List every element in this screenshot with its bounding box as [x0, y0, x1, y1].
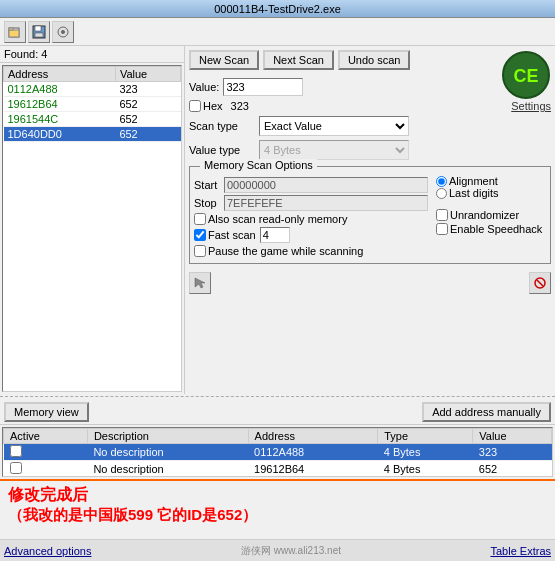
chinese-line2: （我改的是中国版599 它的ID是652）: [8, 506, 547, 525]
pointer-icon: [193, 276, 207, 290]
address-cell: 1961544C: [4, 112, 116, 127]
unrandomizer-checkbox[interactable]: [436, 209, 448, 221]
type-cell: 4 Bytes: [378, 461, 473, 478]
last-digits-label: Last digits: [436, 187, 546, 199]
alignment-radio[interactable]: [436, 176, 447, 187]
fast-scan-input[interactable]: [260, 227, 290, 243]
hex-row: Hex 323: [189, 100, 551, 112]
top-section: Found: 4 Address Value 0112A48832319612B…: [0, 46, 555, 394]
bottom-table-container: Active Description Address Type Value No…: [2, 427, 553, 477]
svg-rect-4: [35, 26, 41, 31]
fast-scan-text: Fast scan: [208, 229, 256, 241]
advanced-options-link[interactable]: Advanced options: [4, 545, 91, 557]
save-button[interactable]: [28, 21, 50, 43]
settings-icon: [56, 25, 70, 39]
also-scan-text: Also scan read-only memory: [208, 213, 347, 225]
table-row[interactable]: No description19612B644 Bytes652: [4, 461, 552, 478]
undo-scan-button[interactable]: Undo scan: [338, 50, 411, 70]
address-cell: 0112A488: [4, 82, 116, 97]
stop-icon: [533, 276, 547, 290]
dotted-divider: [0, 396, 555, 397]
open-button[interactable]: [4, 21, 26, 43]
address-cell: 1D640DD0: [4, 127, 116, 142]
value-input[interactable]: [223, 78, 303, 96]
right-corner: CE Settings: [501, 50, 551, 112]
active-cell[interactable]: [4, 461, 88, 478]
description-cell: No description: [87, 444, 248, 461]
svg-rect-5: [35, 33, 43, 37]
stop-button[interactable]: [529, 272, 551, 294]
active-cell[interactable]: [4, 444, 88, 461]
pause-game-checkbox[interactable]: [194, 245, 206, 257]
bt-address-cell: 0112A488: [248, 444, 378, 461]
hex-checkbox[interactable]: [189, 100, 201, 112]
type-col-header: Type: [378, 429, 473, 444]
memory-view-button[interactable]: Memory view: [4, 402, 89, 422]
also-scan-label: Also scan read-only memory: [194, 213, 347, 225]
found-label: Found: 4: [0, 46, 184, 63]
scan-buttons-row: New Scan Next Scan Undo scan: [189, 50, 551, 70]
value-cell: 323: [115, 82, 180, 97]
bt-address-cell: 19612B64: [248, 461, 378, 478]
speedhack-checkbox[interactable]: [436, 223, 448, 235]
start-input[interactable]: [224, 177, 428, 193]
ce-logo-icon: CE: [501, 50, 551, 100]
main-container: Found: 4 Address Value 0112A48832319612B…: [0, 18, 555, 561]
table-extras-link[interactable]: Table Extras: [490, 545, 551, 557]
active-checkbox[interactable]: [10, 445, 22, 457]
bt-value-cell: 323: [473, 444, 552, 461]
value-type-label: Value type: [189, 144, 259, 156]
description-cell: No description: [87, 461, 248, 478]
status-bar: Advanced options 游侠网 www.ali213.net Tabl…: [0, 539, 555, 561]
value-type-dropdown[interactable]: 4 Bytes: [259, 140, 409, 160]
alignment-text: Alignment: [449, 175, 498, 187]
address-cell: 19612B64: [4, 97, 116, 112]
right-panel: CE Settings New Scan Next Scan Undo scan…: [185, 46, 555, 394]
add-address-button[interactable]: Add address manually: [422, 402, 551, 422]
stop-input[interactable]: [224, 195, 428, 211]
options-right: Alignment Last digits Unrandomizer: [436, 175, 546, 259]
options-grid: Start Stop Also scan read-only memory: [194, 175, 546, 259]
stop-row: Stop: [194, 195, 428, 211]
svg-rect-2: [9, 28, 13, 30]
stop-label: Stop: [194, 197, 224, 209]
svg-text:CE: CE: [513, 66, 538, 86]
pause-game-label: Pause the game while scanning: [194, 245, 363, 257]
new-scan-button[interactable]: New Scan: [189, 50, 259, 70]
unrandomizer-label: Unrandomizer: [436, 209, 546, 221]
scan-type-dropdown[interactable]: Exact Value: [259, 116, 409, 136]
start-label: Start: [194, 179, 224, 191]
save-icon: [32, 25, 46, 39]
hex-value: 323: [231, 100, 249, 112]
speedhack-label: Enable Speedhack: [436, 223, 546, 235]
last-digits-radio[interactable]: [436, 188, 447, 199]
speedhack-text: Enable Speedhack: [450, 223, 542, 235]
settings-button[interactable]: [52, 21, 74, 43]
hex-checkbox-label: Hex: [189, 100, 223, 112]
fast-scan-checkbox[interactable]: [194, 229, 206, 241]
memory-scan-options: Memory Scan Options Start Stop: [189, 166, 551, 264]
value-row: Value:: [189, 78, 551, 96]
also-scan-checkbox[interactable]: [194, 213, 206, 225]
bottom-icon-buttons: [189, 272, 551, 294]
table-row[interactable]: No description0112A4884 Bytes323: [4, 444, 552, 461]
also-scan-row: Also scan read-only memory: [194, 213, 428, 225]
options-title: Memory Scan Options: [200, 159, 317, 171]
value-cell: 652: [115, 112, 180, 127]
active-checkbox[interactable]: [10, 462, 22, 474]
radio-group: Alignment Last digits: [436, 175, 546, 199]
value-label: Value:: [189, 81, 219, 93]
chinese-line1: 修改完成后: [8, 485, 547, 506]
pause-game-row: Pause the game while scanning: [194, 245, 428, 257]
next-scan-button[interactable]: Next Scan: [263, 50, 334, 70]
settings-link[interactable]: Settings: [511, 100, 551, 112]
pointer-button[interactable]: [189, 272, 211, 294]
svg-marker-10: [195, 278, 205, 288]
svg-line-12: [537, 280, 543, 286]
svg-rect-1: [9, 30, 19, 37]
title-bar: 000011B4-TestDrive2.exe: [0, 0, 555, 18]
scan-type-label: Scan type: [189, 120, 259, 132]
value-col-header: Value: [115, 67, 180, 82]
alignment-label: Alignment: [436, 175, 546, 187]
active-col-header: Active: [4, 429, 88, 444]
